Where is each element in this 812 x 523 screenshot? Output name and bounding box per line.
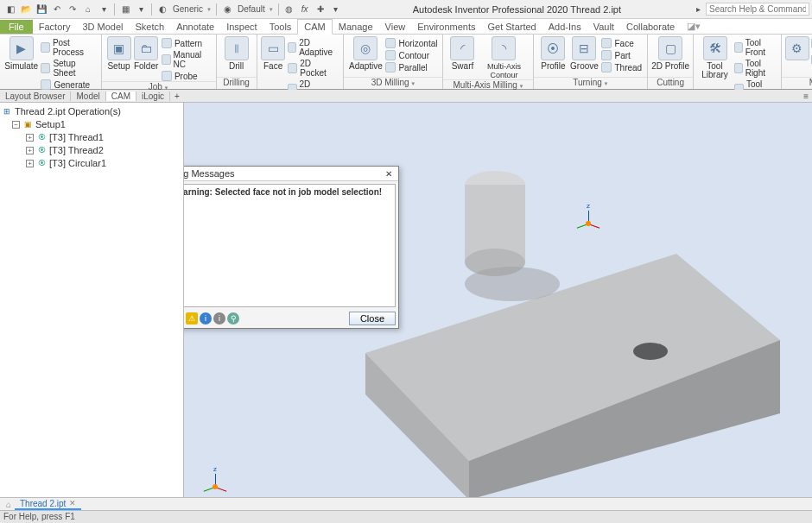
turn-part-button[interactable]: Part — [599, 50, 644, 60]
open-icon[interactable]: 📂 — [19, 3, 33, 16]
tab-file[interactable]: File — [0, 20, 33, 34]
panel-title-multiaxis[interactable]: Multi-Axis Milling — [443, 79, 533, 90]
tool-front-button[interactable]: Tool Front — [733, 38, 777, 57]
panel-toolpath: ▶Simulate Post Process Setup Sheet Gener… — [0, 35, 102, 89]
dialog-close-button[interactable]: Close — [349, 312, 396, 325]
tab-tools[interactable]: Tools — [263, 20, 298, 34]
multi-axis-contour-button[interactable]: ◝Multi-Axis Contour — [478, 36, 530, 79]
expand-icon[interactable]: + — [26, 134, 34, 142]
swarf-button[interactable]: ◜Swarf — [447, 36, 478, 71]
app-menu-icon[interactable]: ◧ — [3, 3, 17, 16]
appearance-dropdown[interactable]: Default — [235, 4, 276, 14]
subtab-add[interactable]: + — [170, 91, 184, 101]
undo-icon[interactable]: ↶ — [50, 3, 64, 16]
horizontal-button[interactable]: Horizontal — [384, 38, 439, 48]
param-icon[interactable]: ◍ — [282, 3, 296, 16]
panel-drilling: ⦀Drill Drilling — [217, 35, 257, 89]
redo-icon[interactable]: ↷ — [66, 3, 79, 16]
material-icon[interactable]: ◐ — [155, 3, 169, 16]
tab-get-started[interactable]: Get Started — [481, 20, 542, 34]
face-button[interactable]: ▭Face — [261, 36, 286, 71]
panel-3d-milling: ◎Adaptive Horizontal Contour Parallel 3D… — [344, 35, 443, 89]
turn-profile-button[interactable]: ⦿Profile — [537, 36, 568, 71]
adaptive-button[interactable]: ◎Adaptive — [347, 36, 384, 71]
help-search[interactable] — [706, 3, 809, 16]
setup-sheet-button[interactable]: Setup Sheet — [39, 59, 97, 78]
tab-view[interactable]: View — [379, 20, 412, 34]
panel-turning: ⦿Profile ⊟Groove Face Part Thread Turnin… — [534, 35, 648, 89]
search-icon[interactable]: ▸ — [691, 3, 705, 16]
plus-icon[interactable]: ✚ — [314, 3, 327, 16]
turn-groove-button[interactable]: ⊟Groove — [568, 36, 599, 71]
tab-end-icon[interactable]: ◪▾ — [681, 19, 707, 34]
tab-environments[interactable]: Environments — [411, 20, 481, 34]
generate-button[interactable]: Generate — [39, 79, 97, 90]
2d-pocket-button[interactable]: 2D Pocket — [286, 59, 340, 78]
select-icon[interactable]: ▦ — [118, 3, 132, 16]
home-tab-icon[interactable]: ⌂ — [3, 500, 15, 509]
tree-root[interactable]: ⊞ Thread 2.ipt Operation(s) — [2, 105, 181, 118]
drill-button[interactable]: ⦀Drill — [220, 36, 253, 71]
home-icon[interactable]: ⌂ — [81, 3, 95, 16]
expand-icon[interactable]: − — [12, 121, 20, 129]
contour-button[interactable]: Contour — [384, 50, 439, 60]
turn-face-button[interactable]: Face — [599, 38, 644, 48]
tab-collaborate[interactable]: Collaborate — [620, 20, 681, 34]
info-filter-icon[interactable]: i — [200, 312, 212, 325]
tool-right-button[interactable]: Tool Right — [733, 59, 777, 78]
parallel-button[interactable]: Parallel — [384, 62, 439, 72]
tree-setup[interactable]: − ▣ Setup1 — [2, 118, 181, 131]
expand-icon[interactable]: + — [26, 160, 34, 167]
tree-item[interactable]: + ⦿ [T3] Circular1 — [2, 157, 181, 170]
tab-inspect[interactable]: Inspect — [220, 20, 263, 34]
tab-sketch[interactable]: Sketch — [130, 20, 171, 34]
tab-manage[interactable]: Manage — [333, 20, 379, 34]
folder-button[interactable]: 🗀Folder — [132, 36, 160, 71]
fx-icon[interactable]: fx — [298, 3, 312, 16]
close-tab-icon[interactable]: ✕ — [69, 499, 76, 507]
save-icon[interactable]: 💾 — [35, 3, 48, 16]
simulate-button[interactable]: ▶Simulate — [3, 36, 39, 71]
material-dropdown[interactable]: Generic — [170, 4, 213, 14]
hint-filter-icon[interactable]: i — [213, 312, 225, 325]
2d-adaptive-button[interactable]: 2D Adaptive — [286, 38, 340, 57]
3d-viewport[interactable]: Log Messages ✕ Warning: Selected face no… — [184, 103, 812, 497]
expand-icon[interactable]: + — [26, 147, 34, 154]
subtab-layout-browser[interactable]: Layout Browser — [0, 91, 71, 101]
tab-vault[interactable]: Vault — [587, 20, 620, 34]
post-process-button[interactable]: Post Process — [39, 38, 97, 57]
panel-title-3d-milling[interactable]: 3D Milling — [344, 77, 442, 89]
search-input[interactable] — [706, 3, 809, 16]
manage-icon[interactable]: ⚙ — [785, 36, 809, 62]
setup-button[interactable]: ▣Setup — [105, 36, 133, 71]
tab-cam[interactable]: CAM — [297, 19, 332, 35]
close-icon[interactable]: ✕ — [383, 167, 395, 180]
tool-library-button[interactable]: 🛠Tool Library — [697, 36, 733, 79]
options-button[interactable]: Options — [809, 38, 813, 48]
tree-item[interactable]: + ⦿ [T3] Thread2 — [2, 144, 181, 157]
2d-profile-button[interactable]: ▢2D Profile — [651, 36, 689, 71]
turn-thread-button[interactable]: Thread — [599, 62, 644, 72]
document-tab[interactable]: Thread 2.ipt ✕ — [15, 499, 81, 510]
task-manager-button[interactable]: Task Manager — [809, 50, 813, 69]
subtab-ilogic[interactable]: iLogic — [136, 91, 170, 101]
pattern-button[interactable]: Pattern — [160, 38, 213, 48]
tab-factory[interactable]: Factory — [33, 20, 77, 34]
chevron-down-icon[interactable]: ▾ — [134, 3, 148, 16]
probe-button[interactable]: Probe — [160, 71, 213, 81]
debug-filter-icon[interactable]: ⚲ — [227, 312, 239, 325]
chevron-down-icon[interactable]: ▾ — [97, 3, 111, 16]
subtab-cam[interactable]: CAM — [106, 91, 136, 101]
chevron-down-icon[interactable]: ▾ — [329, 3, 343, 16]
subtab-model[interactable]: Model — [71, 91, 105, 101]
tree-item[interactable]: + ⦿ [T3] Thread1 — [2, 131, 181, 144]
tab-add-ins[interactable]: Add-Ins — [542, 20, 587, 34]
warning-filter-icon[interactable]: ⚠ — [186, 312, 198, 325]
appearance-icon[interactable]: ◉ — [220, 3, 234, 16]
manual-nc-button[interactable]: Manual NC — [160, 50, 213, 69]
dialog-titlebar[interactable]: Log Messages ✕ — [184, 167, 398, 181]
collapse-icon[interactable]: ≡ — [803, 91, 809, 101]
tab-annotate[interactable]: Annotate — [170, 20, 220, 34]
panel-title-turning[interactable]: Turning — [534, 77, 647, 89]
tab-3d-model[interactable]: 3D Model — [76, 20, 129, 34]
